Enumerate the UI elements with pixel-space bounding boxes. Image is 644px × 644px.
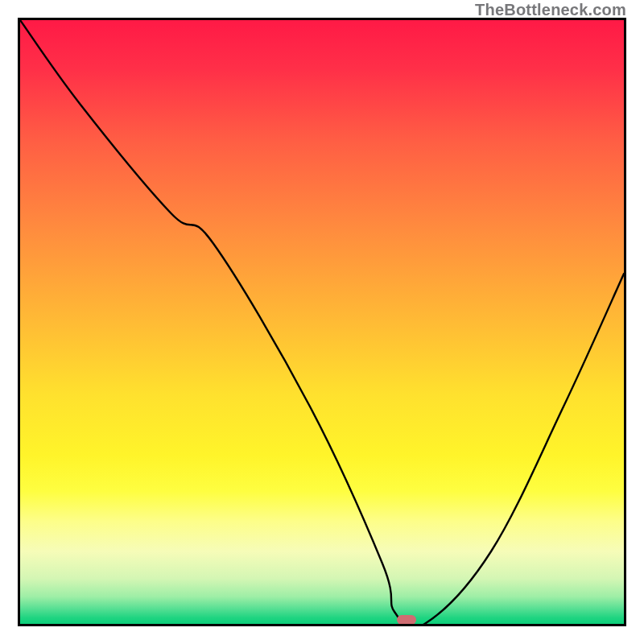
- attribution-label: TheBottleneck.com: [475, 1, 626, 19]
- minimum-marker: [397, 615, 416, 625]
- plot-area: [18, 18, 626, 626]
- bottleneck-curve: [20, 20, 624, 624]
- bottleneck-chart: TheBottleneck.com: [0, 0, 644, 644]
